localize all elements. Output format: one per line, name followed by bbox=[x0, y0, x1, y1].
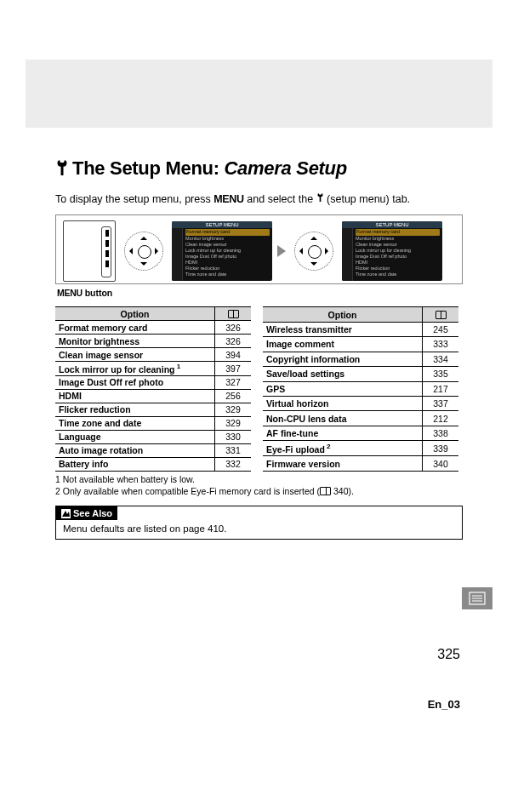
option-page: 330 bbox=[215, 430, 252, 443]
option-page: 329 bbox=[215, 403, 252, 416]
footnotes: 1 Not available when battery is low. 2 O… bbox=[55, 473, 463, 497]
option-name: Image comment bbox=[263, 337, 423, 352]
caption-button: button bbox=[83, 288, 113, 298]
option-name: Time zone and date bbox=[55, 416, 215, 430]
option-page: 327 bbox=[215, 375, 252, 389]
intro-text: To display the setup menu, press MENU an… bbox=[55, 192, 463, 207]
option-page: 212 bbox=[423, 411, 459, 426]
footnote-ref: 1 bbox=[175, 363, 181, 370]
dpad-illustration bbox=[291, 228, 337, 274]
option-name: Wireless transmitter bbox=[263, 322, 423, 336]
header-band bbox=[26, 60, 492, 128]
intro-pre: To display the setup menu, press bbox=[55, 193, 213, 205]
table-row: Copyright information334 bbox=[263, 352, 458, 366]
option-page: 217 bbox=[423, 381, 459, 396]
screen-item: Monitor brightness bbox=[185, 236, 270, 242]
option-name: Format memory card bbox=[55, 321, 215, 335]
table-row: Firmware version340 bbox=[263, 456, 458, 472]
option-name: HDMI bbox=[55, 389, 215, 403]
book-icon bbox=[435, 311, 447, 319]
dpad-illustration bbox=[121, 228, 167, 274]
option-page: 332 bbox=[215, 457, 252, 471]
lcd-screen-2: SETUP MENU Format memory card Monitor br… bbox=[342, 221, 442, 281]
title-sub: Camera Setup bbox=[225, 157, 347, 179]
option-name: AF fine-tune bbox=[263, 426, 423, 440]
footnote-2-post: 340). bbox=[331, 486, 354, 496]
option-name: Auto image rotation bbox=[55, 443, 215, 457]
intro-post: (setup menu) tab. bbox=[324, 193, 410, 205]
table-row: AF fine-tune338 bbox=[263, 426, 458, 440]
option-page: 331 bbox=[215, 443, 252, 457]
screen-item: Monitor brightness bbox=[356, 236, 440, 242]
option-page: 338 bbox=[423, 426, 459, 440]
option-name: Language bbox=[55, 430, 215, 443]
table-row: Battery info332 bbox=[55, 457, 251, 471]
table-row: Eye-Fi upload 2339 bbox=[263, 441, 458, 456]
table-row: HDMI256 bbox=[55, 389, 251, 403]
option-name: Virtual horizon bbox=[263, 397, 423, 411]
book-icon bbox=[228, 310, 239, 318]
intro-mid: and select the bbox=[244, 193, 316, 205]
col-option: Option bbox=[55, 307, 215, 321]
col-option: Option bbox=[263, 307, 423, 322]
option-page: 340 bbox=[423, 456, 459, 472]
option-page: 337 bbox=[423, 397, 459, 411]
option-name: Image Dust Off ref photo bbox=[55, 375, 215, 389]
option-page: 335 bbox=[423, 367, 459, 381]
screen-item: HDMI bbox=[185, 260, 270, 266]
screen-list-2: Format memory card Monitor brightness Cl… bbox=[353, 228, 442, 281]
option-name: Flicker reduction bbox=[55, 403, 215, 416]
figure-caption: MENU button bbox=[57, 288, 463, 298]
screen-item: Clean image sensor bbox=[185, 242, 270, 248]
option-name: Save/load settings bbox=[263, 367, 423, 381]
book-icon bbox=[320, 487, 331, 495]
option-page: 326 bbox=[215, 335, 252, 348]
see-also-box: See Also Menu defaults are listed on pag… bbox=[55, 506, 463, 540]
screen-list-1: Format memory card Monitor brightness Cl… bbox=[183, 228, 272, 281]
title-main: The Setup Menu: bbox=[72, 157, 219, 179]
col-page bbox=[215, 307, 252, 321]
option-name: Battery info bbox=[55, 457, 215, 471]
option-name: Firmware version bbox=[263, 456, 423, 472]
table-row: Lock mirror up for cleaning 1397 bbox=[55, 362, 251, 376]
option-page: 326 bbox=[215, 321, 252, 335]
see-also-body: Menu defaults are listed on page 410. bbox=[56, 520, 462, 539]
screen-item: Flicker reduction bbox=[185, 266, 270, 272]
option-name: Lock mirror up for cleaning 1 bbox=[55, 362, 215, 376]
camera-illustration bbox=[63, 220, 116, 282]
options-table-left: Option Format memory card326Monitor brig… bbox=[55, 306, 251, 472]
screen-item: Time zone and date bbox=[185, 272, 270, 277]
lcd-screen-1: SETUP MENU Format memory card Monitor br… bbox=[172, 221, 272, 281]
table-row: Virtual horizon337 bbox=[263, 397, 458, 411]
option-page: 245 bbox=[423, 322, 459, 336]
table-row: Monitor brightness326 bbox=[55, 335, 251, 348]
footnote-1: 1 Not available when battery is low. bbox=[55, 473, 463, 485]
arrow-right-icon bbox=[277, 245, 286, 257]
screen-title: SETUP MENU bbox=[342, 221, 442, 228]
footnote-2: 2 Only available when compatible Eye-Fi … bbox=[55, 485, 463, 497]
table-row: Clean image sensor394 bbox=[55, 348, 251, 362]
see-also-header: See Also bbox=[56, 506, 117, 520]
wrench-icon-inline bbox=[316, 193, 324, 205]
option-name: Monitor brightness bbox=[55, 335, 215, 348]
option-page: 339 bbox=[423, 441, 459, 456]
page-content: The Setup Menu: Camera Setup To display … bbox=[0, 128, 518, 540]
table-row: Time zone and date329 bbox=[55, 416, 251, 430]
option-name: Clean image sensor bbox=[55, 348, 215, 362]
table-row: Non-CPU lens data212 bbox=[263, 411, 458, 426]
screen-item: Flicker reduction bbox=[356, 266, 440, 272]
screen-item: Format memory card bbox=[356, 229, 440, 235]
screen-item: Lock mirror up for cleaning bbox=[356, 248, 440, 254]
footnote-ref: 2 bbox=[325, 443, 331, 450]
options-table-right: Option Wireless transmitter245Image comm… bbox=[263, 306, 458, 472]
screen-item: Clean image sensor bbox=[356, 242, 440, 248]
option-page: 394 bbox=[215, 348, 252, 362]
option-name: Copyright information bbox=[263, 352, 423, 366]
table-row: Flicker reduction329 bbox=[55, 403, 251, 416]
footnote-2-pre: 2 Only available when compatible Eye-Fi … bbox=[55, 486, 320, 496]
table-row: Image Dust Off ref photo327 bbox=[55, 375, 251, 389]
option-name: GPS bbox=[263, 381, 423, 396]
option-tables: Option Format memory card326Monitor brig… bbox=[55, 306, 463, 472]
option-page: 334 bbox=[423, 352, 459, 366]
caption-menu: MENU bbox=[57, 288, 83, 298]
